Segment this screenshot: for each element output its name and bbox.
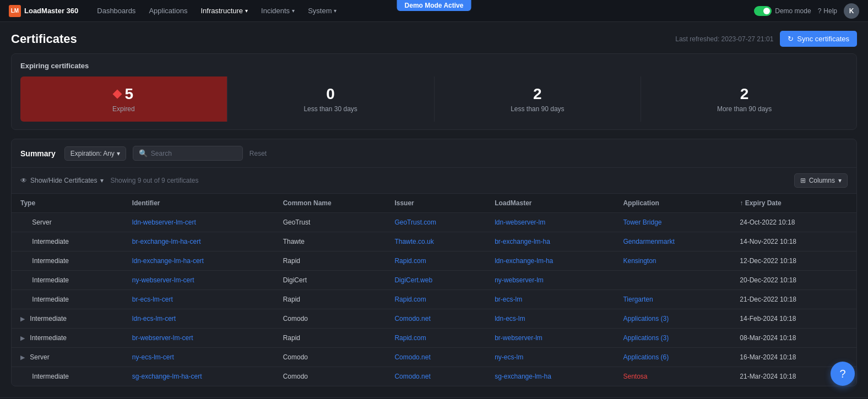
help-circle-icon: ? [818, 7, 822, 15]
application-link[interactable]: Applications (6) [623, 353, 669, 361]
nav-dashboards[interactable]: Dashboards [91, 0, 141, 22]
cell-issuer[interactable]: GeoTrust.com [386, 213, 486, 232]
incidents-chevron-icon: ▾ [292, 8, 295, 14]
cell-identifier[interactable]: ny-webserver-lm-cert [123, 271, 274, 290]
page-title: Certificates [11, 32, 77, 46]
nav-infrastructure[interactable]: Infrastructure ▾ [195, 0, 253, 22]
application-link[interactable]: Kensington [623, 257, 656, 265]
cell-type: ▶ Intermediate [12, 309, 123, 329]
col-common-name[interactable]: Common Name [274, 194, 386, 213]
table-header: Type Identifier Common Name Issuer LoadM… [12, 194, 856, 213]
cell-issuer[interactable]: DigiCert.web [386, 271, 486, 290]
cell-identifier[interactable]: br-ecs-lm-cert [123, 290, 274, 309]
cell-issuer[interactable]: Rapid.com [386, 329, 486, 348]
search-input[interactable] [151, 150, 237, 157]
cell-application: Applications (3) [614, 309, 731, 329]
cell-expiry-date: 08-Mar-2024 10:18 [731, 329, 856, 348]
expand-icon[interactable]: ▶ [20, 335, 25, 341]
toolbar-left: 👁 Show/Hide Certificates ▾ Showing 9 out… [20, 177, 198, 184]
search-icon: 🔍 [139, 149, 148, 157]
columns-icon: ⊞ [800, 177, 806, 184]
columns-button[interactable]: ⊞ Columns ▾ [794, 173, 848, 188]
cell-loadmaster[interactable]: br-webserver-lm [486, 329, 614, 348]
infrastructure-chevron-icon: ▾ [245, 8, 248, 14]
lt30-card[interactable]: 0 Less than 30 days [227, 76, 435, 122]
cell-identifier[interactable]: ldn-exchange-lm-ha-cert [123, 252, 274, 271]
cell-application: Tiergarten [614, 290, 731, 309]
table-row: ▶ Intermediate ldn-ecs-lm-cert Comodo Co… [12, 309, 856, 329]
cell-application: Sentosa [614, 367, 731, 386]
col-identifier[interactable]: Identifier [123, 194, 274, 213]
table-row: Intermediate ldn-exchange-lm-ha-cert Rap… [12, 252, 856, 271]
application-link[interactable]: Tower Bridge [623, 218, 661, 226]
expired-card[interactable]: 5 Expired [20, 76, 227, 122]
cell-loadmaster[interactable]: sg-exchange-lm-ha [486, 367, 614, 386]
cell-issuer[interactable]: Comodo.net [386, 367, 486, 386]
table-row: ▶ Server ny-ecs-lm-cert Comodo Comodo.ne… [12, 348, 856, 367]
application-link[interactable]: Tiergarten [623, 296, 653, 303]
cell-loadmaster[interactable]: br-ecs-lm [486, 290, 614, 309]
demo-mode-label: Demo mode [775, 7, 811, 15]
col-application[interactable]: Application [614, 194, 731, 213]
logo[interactable]: LM LoadMaster 360 [9, 5, 78, 17]
gt90-count: 2 [740, 85, 749, 103]
reset-link[interactable]: Reset [249, 150, 267, 157]
application-link[interactable]: Applications (3) [623, 315, 669, 323]
cell-type: Intermediate [12, 290, 123, 309]
cell-issuer[interactable]: Rapid.com [386, 290, 486, 309]
expand-icon[interactable]: ▶ [20, 354, 25, 360]
cell-common-name: Comodo [274, 367, 386, 386]
cell-expiry-date: 14-Feb-2024 10:18 [731, 309, 856, 329]
cell-loadmaster[interactable]: ny-ecs-lm [486, 348, 614, 367]
nav-applications[interactable]: Applications [143, 0, 193, 22]
col-expiry-date[interactable]: ↑ Expiry Date [731, 194, 856, 213]
search-wrapper: 🔍 [133, 146, 243, 161]
demo-toggle-switch[interactable] [754, 6, 772, 16]
gt90-card[interactable]: 2 More than 90 days [641, 76, 848, 122]
nav-incidents[interactable]: Incidents ▾ [256, 0, 300, 22]
col-loadmaster[interactable]: LoadMaster [486, 194, 614, 213]
cell-loadmaster[interactable]: br-exchange-lm-ha [486, 232, 614, 252]
cell-type: Intermediate [12, 271, 123, 290]
cell-loadmaster[interactable]: ldn-ecs-lm [486, 309, 614, 329]
lt90-label: Less than 90 days [511, 105, 564, 113]
col-issuer[interactable]: Issuer [386, 194, 486, 213]
top-nav: LM LoadMaster 360 Dashboards Application… [0, 0, 868, 22]
cell-identifier[interactable]: sg-exchange-lm-ha-cert [123, 367, 274, 386]
cell-identifier[interactable]: ny-ecs-lm-cert [123, 348, 274, 367]
cell-type: Intermediate [12, 367, 123, 386]
table-row: ▶ Intermediate br-webserver-lm-cert Rapi… [12, 329, 856, 348]
cell-issuer[interactable]: Rapid.com [386, 252, 486, 271]
expired-count: 5 [114, 85, 134, 103]
expand-icon[interactable]: ▶ [20, 315, 25, 322]
cell-expiry-date: 24-Oct-2022 10:18 [731, 213, 856, 232]
cell-loadmaster[interactable]: ny-webserver-lm [486, 271, 614, 290]
show-hide-certificates-button[interactable]: 👁 Show/Hide Certificates ▾ [20, 177, 104, 184]
cell-common-name: DigiCert [274, 271, 386, 290]
application-link[interactable]: Applications (3) [623, 334, 669, 342]
cell-issuer[interactable]: Thawte.co.uk [386, 232, 486, 252]
application-link[interactable]: Sentosa [623, 373, 647, 380]
application-link[interactable]: Gendarmenmarkt [623, 238, 674, 245]
cell-issuer[interactable]: Comodo.net [386, 309, 486, 329]
cell-loadmaster[interactable]: ldn-exchange-lm-ha [486, 252, 614, 271]
cell-loadmaster[interactable]: ldn-webserver-lm [486, 213, 614, 232]
avatar[interactable]: K [844, 3, 859, 19]
lt90-card[interactable]: 2 Less than 90 days [435, 76, 642, 122]
cell-identifier[interactable]: ldn-ecs-lm-cert [123, 309, 274, 329]
sync-certificates-button[interactable]: ↻ Sync certificates [780, 31, 857, 47]
help-button[interactable]: ? Help [818, 7, 837, 15]
columns-chevron-icon: ▾ [838, 177, 842, 184]
cell-identifier[interactable]: ldn-webserver-lm-cert [123, 213, 274, 232]
help-fab[interactable]: ? [831, 362, 855, 386]
col-type[interactable]: Type [12, 194, 123, 213]
cell-type: ▶ Intermediate [12, 329, 123, 348]
cell-identifier[interactable]: br-exchange-lm-ha-cert [123, 232, 274, 252]
cell-issuer[interactable]: Comodo.net [386, 348, 486, 367]
nav-system[interactable]: System ▾ [302, 0, 342, 22]
cell-identifier[interactable]: br-webserver-lm-cert [123, 329, 274, 348]
expiration-filter[interactable]: Expiration: Any ▾ [64, 146, 126, 161]
demo-mode-toggle[interactable]: Demo mode [754, 6, 811, 16]
cell-type: ▶ Server [12, 348, 123, 367]
lt90-count: 2 [533, 85, 542, 103]
